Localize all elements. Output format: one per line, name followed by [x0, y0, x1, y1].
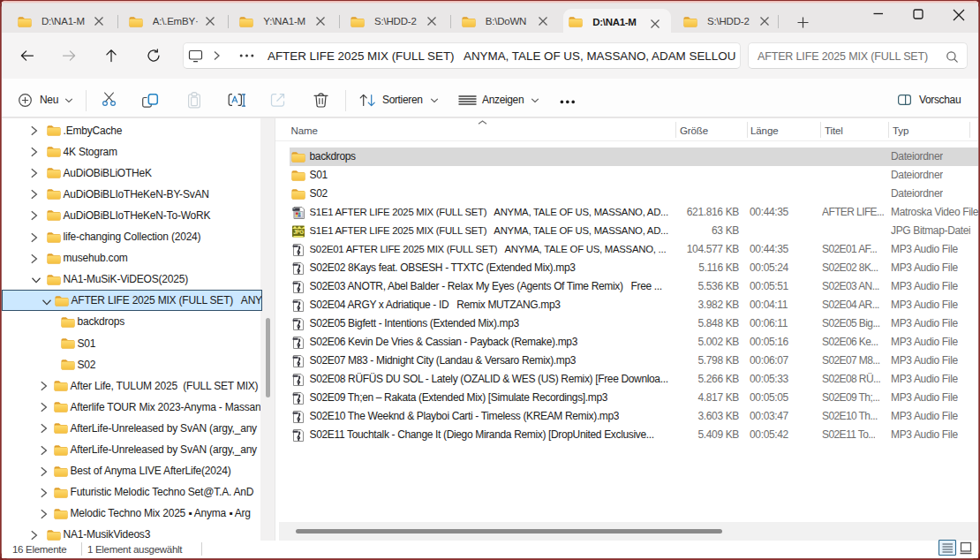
svg-text:JPG: JPG — [293, 229, 304, 235]
